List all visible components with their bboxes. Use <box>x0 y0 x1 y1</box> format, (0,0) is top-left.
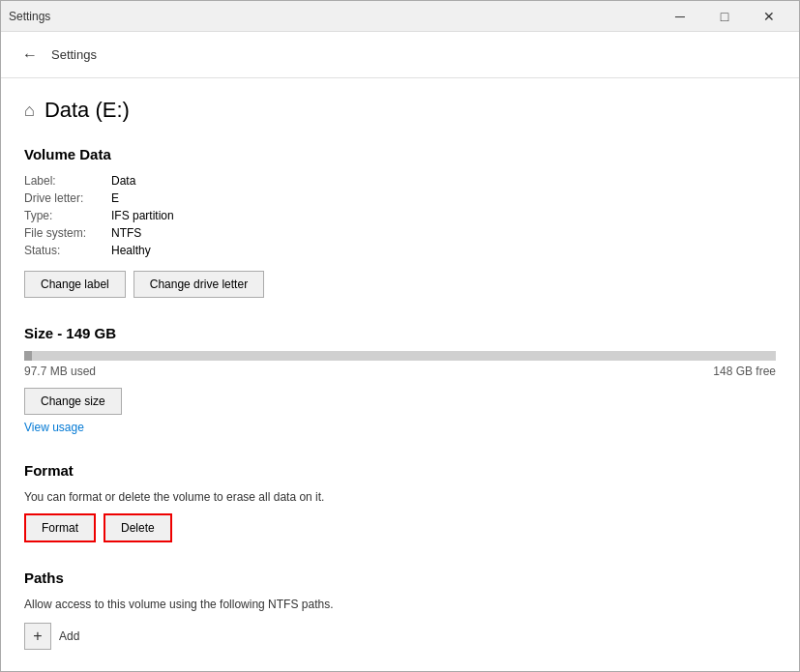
change-size-button[interactable]: Change size <box>24 388 122 415</box>
size-labels: 97.7 MB used 148 GB free <box>24 365 776 378</box>
paths-section: Paths Allow access to this volume using … <box>24 570 776 650</box>
change-drive-letter-button[interactable]: Change drive letter <box>133 271 264 298</box>
titlebar-controls: ─ □ ✕ <box>658 1 791 32</box>
size-buttons: Change size <box>24 388 776 415</box>
type-label: Type: <box>24 209 111 222</box>
minimize-button[interactable]: ─ <box>658 1 702 32</box>
close-button[interactable]: ✕ <box>747 1 791 32</box>
titlebar-title: Settings <box>9 10 50 23</box>
used-label: 97.7 MB used <box>24 365 96 378</box>
content-area: ⌂ Data (E:) Volume Data Label: Data Driv… <box>1 78 799 671</box>
maximize-button[interactable]: □ <box>702 1 747 32</box>
volume-info-grid: Label: Data Drive letter: E Type: IFS pa… <box>24 174 776 257</box>
page-title: Data (E:) <box>44 98 130 123</box>
back-button[interactable]: ← <box>16 42 44 69</box>
filesystem-value: NTFS <box>111 226 776 240</box>
add-path-button[interactable]: + <box>24 623 51 650</box>
format-description: You can format or delete the volume to e… <box>24 490 776 504</box>
add-row: + Add <box>24 623 776 650</box>
format-button[interactable]: Format <box>24 513 96 542</box>
titlebar: Settings ─ □ ✕ <box>1 1 799 32</box>
free-label: 148 GB free <box>713 365 776 378</box>
nav-title: Settings <box>51 47 97 62</box>
label-field-value: Data <box>111 174 776 188</box>
volume-buttons: Change label Change drive letter <box>24 271 776 298</box>
volume-section: Volume Data Label: Data Drive letter: E … <box>24 146 776 298</box>
filesystem-label: File system: <box>24 226 111 240</box>
type-value: IFS partition <box>111 209 776 222</box>
page-header: ⌂ Data (E:) <box>24 98 776 123</box>
label-field-label: Label: <box>24 174 111 188</box>
change-label-button[interactable]: Change label <box>24 271 126 298</box>
settings-window: Settings ─ □ ✕ ← Settings ⌂ Data (E:) Vo… <box>0 0 800 672</box>
view-usage-link[interactable]: View usage <box>24 421 84 434</box>
paths-description: Allow access to this volume using the fo… <box>24 598 776 611</box>
volume-section-title: Volume Data <box>24 146 776 162</box>
drive-letter-value: E <box>111 191 776 205</box>
nav-bar: ← Settings <box>1 32 799 78</box>
delete-button[interactable]: Delete <box>104 513 172 542</box>
size-title: Size - 149 GB <box>24 325 776 341</box>
format-section: Format You can format or delete the volu… <box>24 462 776 542</box>
home-icon: ⌂ <box>24 101 35 121</box>
size-section: Size - 149 GB 97.7 MB used 148 GB free C… <box>24 325 776 435</box>
back-icon: ← <box>22 46 38 64</box>
status-label: Status: <box>24 244 111 257</box>
format-section-title: Format <box>24 462 776 479</box>
size-progress-bar <box>24 351 776 361</box>
status-value: Healthy <box>111 244 776 257</box>
format-buttons: Format Delete <box>24 513 776 542</box>
paths-section-title: Paths <box>24 570 776 586</box>
add-label: Add <box>59 629 79 643</box>
drive-letter-label: Drive letter: <box>24 191 111 205</box>
add-icon: + <box>33 628 42 645</box>
size-progress-fill <box>24 351 32 361</box>
